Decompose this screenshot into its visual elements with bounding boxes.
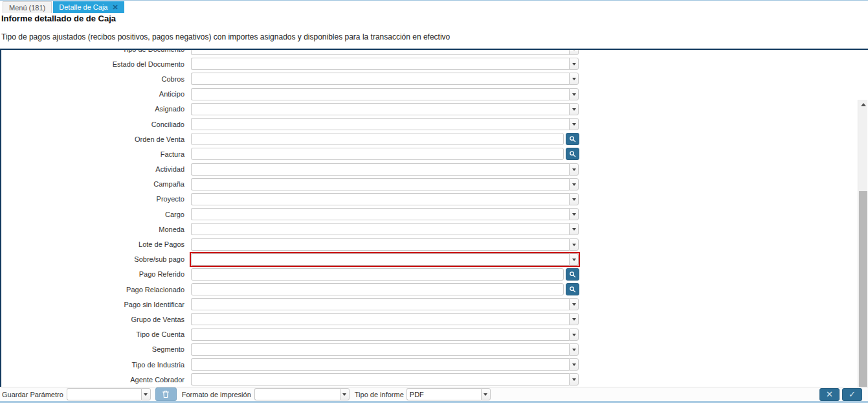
combo-dropdown-button-actividad[interactable] (569, 163, 579, 176)
page-title: Informe detallado de de Caja (1, 14, 116, 23)
field-input-orden-de-venta[interactable] (191, 133, 564, 145)
chevron-down-icon (572, 228, 576, 233)
field-label-campa-a: Campaña (1, 180, 191, 188)
form-row-factura: Factura (1, 146, 843, 161)
save-parameter-dropdown-button[interactable] (141, 388, 151, 400)
field-input-cobros[interactable] (191, 73, 569, 85)
combo-dropdown-button-tipo-de-industria[interactable] (569, 358, 579, 371)
chevron-down-icon (572, 349, 576, 353)
combo-campa-a (191, 178, 579, 190)
combo-dropdown-button-sobre-sub-pago[interactable] (569, 253, 579, 266)
combo-grupo-de-ventas (191, 313, 579, 325)
chevron-down-icon (572, 93, 576, 98)
field-input-cargo[interactable] (191, 208, 569, 220)
field-control-pago-referido (191, 268, 579, 281)
tab-detalle-de-caja[interactable]: Detalle de Caja ✕ (53, 1, 124, 13)
field-input-anticipo[interactable] (191, 88, 569, 100)
vertical-scrollbar[interactable] (858, 100, 867, 387)
combo-dropdown-button-conciliado[interactable] (569, 118, 579, 130)
combo-dropdown-button-cargo[interactable] (569, 208, 579, 220)
search-button-pago-referido[interactable] (566, 268, 579, 281)
field-input-factura[interactable] (191, 148, 564, 160)
save-parameter-combo (67, 388, 151, 400)
combo-dropdown-button-tipo-de-cuenta[interactable] (569, 328, 579, 341)
field-input-pago-referido[interactable] (191, 268, 564, 281)
search-button-factura[interactable] (566, 148, 579, 160)
chevron-down-icon (572, 63, 576, 67)
field-control-grupo-de-ventas (191, 313, 579, 325)
field-input-proyecto[interactable] (191, 193, 569, 205)
search-button-pago-relacionado[interactable] (566, 283, 579, 295)
report-type-input[interactable] (406, 388, 481, 400)
field-label-grupo-de-ventas: Grupo de Ventas (1, 316, 191, 323)
field-input-conciliado[interactable] (191, 118, 569, 130)
scrollbar-up-arrow-icon[interactable] (858, 100, 868, 109)
print-format-dropdown-button[interactable] (340, 388, 350, 400)
cancel-icon: ✕ (826, 390, 833, 398)
report-type-dropdown-button[interactable] (481, 388, 491, 400)
field-input-moneda[interactable] (191, 223, 569, 235)
form-row-pago-sin-identificar: Pago sin Identificar (1, 297, 843, 312)
field-input-grupo-de-ventas[interactable] (191, 313, 569, 325)
combo-dropdown-button-pago-sin-identificar[interactable] (569, 298, 579, 310)
chevron-down-icon (572, 123, 576, 128)
combo-dropdown-button-lote-de-pagos[interactable] (569, 238, 579, 251)
combo-dropdown-button-tipo-de-documento[interactable] (569, 49, 579, 55)
combo-actividad (191, 163, 579, 176)
field-input-tipo-de-documento[interactable] (191, 49, 569, 55)
delete-parameter-button[interactable] (155, 387, 177, 401)
ok-button[interactable]: ✓ (842, 388, 862, 401)
chevron-down-icon (572, 213, 576, 218)
field-input-tipo-de-industria[interactable] (191, 358, 569, 371)
combo-dropdown-button-anticipo[interactable] (569, 88, 579, 100)
chevron-down-icon (572, 303, 576, 308)
field-input-pago-relacionado[interactable] (191, 283, 564, 295)
field-input-actividad[interactable] (191, 163, 569, 176)
form-row-asignado: Asignado (1, 102, 843, 117)
field-label-pago-relacionado: Pago Relacionado (1, 286, 191, 294)
combo-dropdown-button-proyecto[interactable] (569, 193, 579, 205)
field-control-conciliado (191, 118, 579, 130)
form-row-anticipo: Anticipo (1, 87, 843, 102)
print-format-combo (254, 388, 350, 400)
field-input-sobre-sub-pago[interactable] (191, 253, 569, 266)
trash-icon (162, 390, 170, 398)
combo-dropdown-button-agente-cobrador[interactable] (569, 373, 579, 386)
combo-dropdown-button-cobros[interactable] (569, 73, 579, 85)
field-input-pago-sin-identificar[interactable] (191, 298, 569, 310)
combo-tipo-de-industria (191, 358, 579, 371)
field-input-estado-del-documento[interactable] (191, 58, 569, 70)
scrollbar-thumb[interactable] (859, 191, 867, 387)
tab-detalle-label: Detalle de Caja (59, 3, 107, 11)
field-input-tipo-de-cuenta[interactable] (191, 328, 569, 341)
chevron-down-icon (572, 168, 576, 173)
combo-dropdown-button-asignado[interactable] (569, 103, 579, 115)
field-label-asignado: Asignado (1, 105, 191, 113)
form-row-campa-a: Campaña (1, 177, 843, 192)
field-input-lote-de-pagos[interactable] (191, 238, 569, 251)
save-parameter-input[interactable] (67, 388, 141, 400)
chevron-down-icon (572, 78, 576, 82)
tab-menu[interactable]: Menú (181) (3, 1, 52, 13)
combo-dropdown-button-moneda[interactable] (569, 223, 579, 235)
tab-close-icon[interactable]: ✕ (112, 4, 118, 11)
footer-bar: Guardar Parámetro Formato de impresión T… (0, 387, 868, 403)
field-input-campa-a[interactable] (191, 178, 569, 190)
combo-dropdown-button-segmento[interactable] (569, 343, 579, 356)
field-input-asignado[interactable] (191, 103, 569, 115)
field-input-agente-cobrador[interactable] (191, 373, 569, 386)
form-rows: Tipo de DocumentoEstado del DocumentoCob… (1, 49, 843, 387)
cancel-button[interactable]: ✕ (819, 388, 840, 401)
form-row-orden-de-venta: Orden de Venta (1, 132, 843, 146)
field-control-asignado (191, 103, 579, 115)
print-format-input[interactable] (254, 388, 340, 400)
combo-dropdown-button-estado-del-documento[interactable] (569, 58, 579, 70)
form-row-moneda: Moneda (1, 222, 843, 236)
field-input-segmento[interactable] (191, 343, 569, 356)
field-label-anticipo: Anticipo (1, 90, 191, 98)
combo-dropdown-button-grupo-de-ventas[interactable] (569, 313, 579, 325)
form-row-tipo-de-industria: Tipo de Industria (1, 357, 843, 372)
search-button-orden-de-venta[interactable] (566, 133, 579, 145)
combo-dropdown-button-campa-a[interactable] (569, 178, 579, 190)
combo-asignado (191, 103, 579, 115)
